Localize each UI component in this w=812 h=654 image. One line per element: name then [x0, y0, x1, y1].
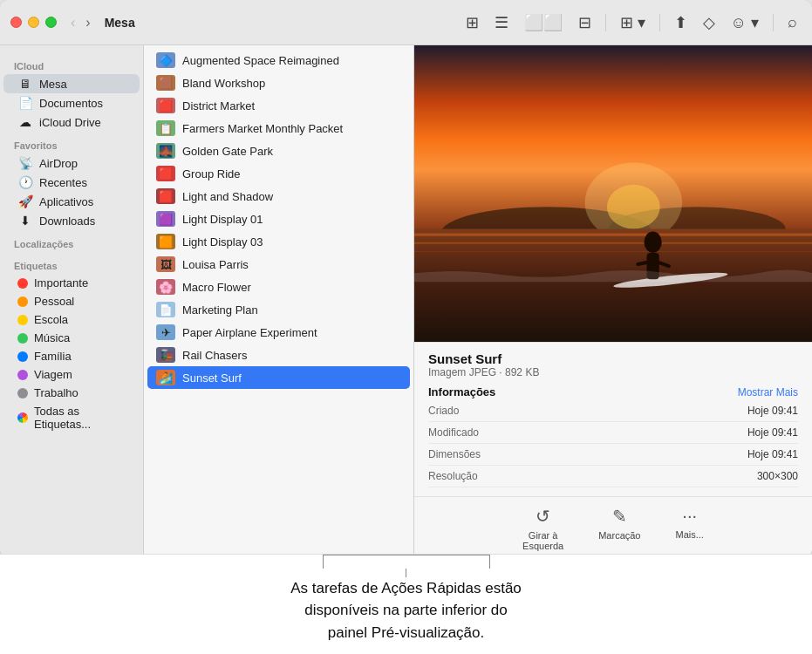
gallery-view-button[interactable]: ⊟ [574, 10, 596, 35]
svg-point-4 [607, 185, 660, 229]
sidebar-item-icloud-drive[interactable]: ☁ iCloud Drive [3, 112, 140, 132]
file-item-bland[interactable]: 🟫 Bland Workshop [144, 72, 413, 94]
sidebar-label-airdrop: AirDrop [39, 157, 78, 170]
sidebar-label-todas: Todas as Etiquetas... [34, 405, 129, 431]
file-icon-bland: 🟫 [156, 75, 175, 91]
maximize-button[interactable] [45, 17, 57, 28]
file-item-goldengate[interactable]: 🌉 Golden Gate Park [144, 140, 413, 162]
window-title: Mesa [105, 16, 135, 30]
file-label-lightdisplay01: Light Display 01 [182, 213, 263, 226]
more-button[interactable]: ··· Mais... [675, 506, 703, 551]
file-icon-groupride: 🟥 [156, 166, 175, 181]
share-button[interactable]: ⬆ [670, 10, 692, 35]
file-item-farmers[interactable]: 📋 Farmers Market Monthly Packet [144, 117, 413, 140]
sidebar-label-musica: Música [34, 331, 70, 344]
tag-dot-musica [17, 333, 28, 344]
file-icon-railchasers: 🚂 [156, 347, 175, 363]
tag-dot-pessoal [17, 296, 28, 307]
close-button[interactable] [10, 17, 22, 28]
file-item-groupride[interactable]: 🟥 Group Ride [144, 162, 413, 185]
sidebar-label-familia: Família [34, 350, 72, 363]
info-section-label: Informações [428, 385, 495, 399]
minimize-button[interactable] [28, 17, 39, 28]
file-icon-augmented: 🔷 [156, 52, 175, 68]
file-icon-lightdisplay03: 🟧 [156, 234, 175, 249]
sidebar-item-pessoal[interactable]: Pessoal [3, 292, 140, 310]
show-more-link[interactable]: Mostrar Mais [738, 386, 798, 399]
finder-window: ‹ › Mesa ⊞ ☰ ⬜⬜ ⊟ ⊞ ▾ ⬆ ◇ ☺ ▾ ⌕ iCloud 🖥… [0, 0, 812, 558]
tag-dot-todas [17, 412, 28, 423]
sidebar-item-todas-etiquetas[interactable]: Todas as Etiquetas... [3, 402, 140, 433]
search-button[interactable]: ⌕ [783, 10, 802, 34]
file-item-lightdisplay03[interactable]: 🟧 Light Display 03 [144, 230, 413, 253]
svg-rect-7 [414, 242, 812, 244]
separator3 [773, 14, 774, 31]
tag-button[interactable]: ◇ [699, 10, 720, 35]
sidebar-item-viagem[interactable]: Viagem [3, 365, 140, 384]
file-item-marketingplan[interactable]: 📄 Marketing Plan [144, 298, 413, 321]
detail-key-modificado: Modificado [428, 426, 479, 439]
file-item-lightdisplay01[interactable]: 🟪 Light Display 01 [144, 208, 413, 230]
file-item-lightandshadow[interactable]: 🟥 Light and Shadow [144, 185, 413, 208]
separator [605, 14, 606, 31]
back-button[interactable]: ‹ [67, 13, 78, 32]
nav-buttons: ‹ › [67, 13, 94, 32]
svg-rect-6 [414, 234, 812, 236]
forward-button[interactable]: › [82, 13, 93, 32]
list-view-button[interactable]: ☰ [490, 10, 513, 35]
rotate-button[interactable]: ↺ Girar àEsquerda [522, 506, 563, 551]
file-item-sunsetsurf[interactable]: 🏄 Sunset Surf [147, 366, 410, 389]
sidebar-section-icloud: iCloud [0, 52, 143, 74]
detail-row-resolucao: Resolução 300×300 [428, 466, 798, 487]
sidebar-section-favoritos: Favoritos [0, 132, 143, 153]
sidebar-item-musica[interactable]: Música [3, 329, 140, 347]
rotate-icon: ↺ [536, 506, 550, 527]
file-icon-goldengate: 🌉 [156, 143, 175, 159]
file-icon-lightandshadow: 🟥 [156, 188, 175, 204]
file-item-augmented[interactable]: 🔷 Augmented Space Reimagined [144, 49, 413, 72]
icon-view-button[interactable]: ⊞ [461, 10, 483, 35]
preview-image-container [414, 45, 812, 342]
file-label-louisaparris: Louisa Parris [182, 258, 249, 271]
file-label-lightdisplay03: Light Display 03 [182, 235, 263, 249]
rotate-label: Girar àEsquerda [522, 530, 563, 551]
more-icon: ··· [682, 506, 697, 526]
detail-val-criado: Hoje 09:41 [747, 405, 798, 417]
sidebar-label-icloud: iCloud Drive [39, 116, 101, 129]
file-label-paperairplane: Paper Airplane Experiment [182, 326, 317, 339]
sidebar-item-mesa[interactable]: 🖥 Mesa [3, 74, 140, 93]
tag-dot-escola [17, 315, 28, 325]
sidebar-item-aplicativos[interactable]: 🚀 Aplicativos [3, 192, 140, 211]
face-button[interactable]: ☺ ▾ [727, 10, 763, 35]
sidebar-item-importante[interactable]: Importante [3, 274, 140, 292]
sidebar-item-airdrop[interactable]: 📡 AirDrop [3, 153, 140, 173]
markup-button[interactable]: ✎ Marcação [598, 506, 640, 551]
file-icon-sunsetsurf: 🏄 [156, 370, 175, 385]
sidebar-item-downloads[interactable]: ⬇ Downloads [3, 211, 140, 230]
file-icon-district: 🟥 [156, 98, 175, 113]
tag-dot-trabalho [17, 388, 28, 399]
tag-dot-importante [17, 278, 28, 289]
sidebar-item-documentos[interactable]: 📄 Documentos [3, 93, 140, 112]
detail-val-dimensoes: Hoje 09:41 [747, 448, 798, 460]
sidebar-item-trabalho[interactable]: Trabalho [3, 384, 140, 402]
file-item-district[interactable]: 🟥 District Market [144, 94, 413, 117]
sidebar-item-recentes[interactable]: 🕐 Recentes [3, 173, 140, 192]
sidebar-label-importante: Importante [34, 276, 88, 290]
airdrop-icon: 📡 [17, 156, 33, 170]
file-item-louisaparris[interactable]: 🖼 Louisa Parris [144, 253, 413, 276]
callout-text: As tarefas de Ações Rápidas estão dispon… [290, 577, 522, 644]
file-item-paperairplane[interactable]: ✈ Paper Airplane Experiment [144, 321, 413, 344]
detail-row-dimensoes: Dimensões Hoje 09:41 [428, 444, 798, 466]
group-button[interactable]: ⊞ ▾ [616, 10, 650, 35]
file-item-railchasers[interactable]: 🚂 Rail Chasers [144, 344, 413, 366]
file-icon-lightdisplay01: 🟪 [156, 211, 175, 227]
toolbar-right: ⊞ ☰ ⬜⬜ ⊟ ⊞ ▾ ⬆ ◇ ☺ ▾ ⌕ [461, 10, 802, 35]
recentes-icon: 🕐 [17, 175, 33, 189]
preview-image-svg [414, 45, 812, 342]
column-view-button[interactable]: ⬜⬜ [520, 10, 567, 35]
detail-val-resolucao: 300×300 [757, 470, 798, 482]
sidebar-item-escola[interactable]: Escola [3, 310, 140, 329]
sidebar-item-familia[interactable]: Família [3, 347, 140, 365]
file-item-macroflower[interactable]: 🌸 Macro Flower [144, 276, 413, 298]
